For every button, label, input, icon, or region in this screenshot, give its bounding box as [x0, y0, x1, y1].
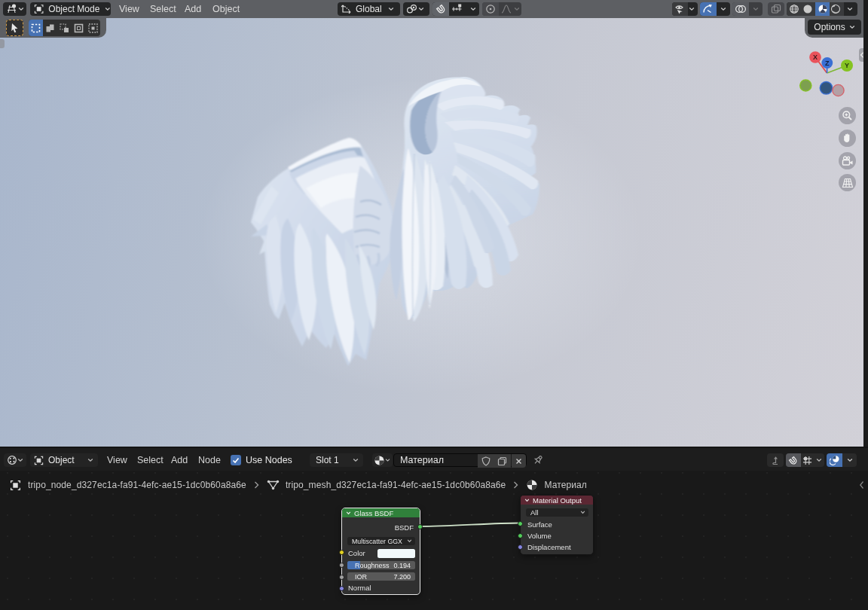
svg-text:X: X: [813, 53, 818, 61]
svg-text:Z: Z: [825, 59, 830, 67]
svg-text:Y: Y: [845, 62, 849, 69]
